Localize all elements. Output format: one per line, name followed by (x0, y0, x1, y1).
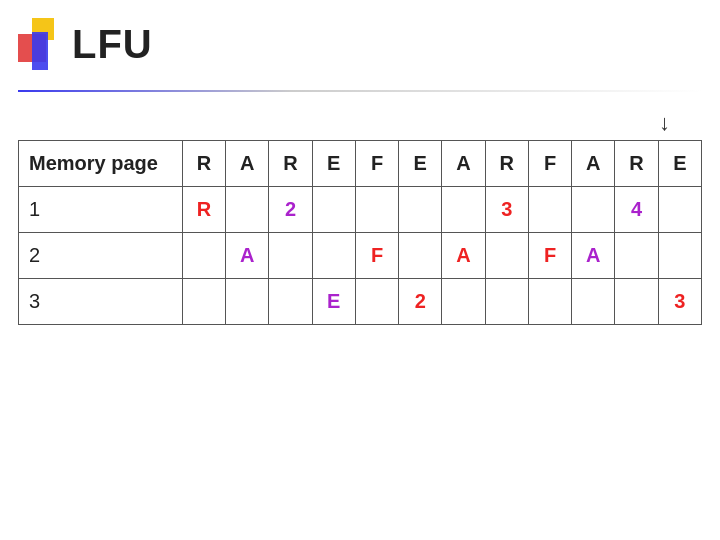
cell-r2-c0 (182, 279, 225, 325)
header-col-9: F (528, 141, 571, 187)
cell-r2-c4 (355, 279, 398, 325)
header-col-3: R (269, 141, 312, 187)
logo-mark (18, 18, 62, 72)
cell-r1-c0 (182, 233, 225, 279)
header-col-10: A (572, 141, 615, 187)
header-col-11: R (615, 141, 658, 187)
cell-r0-c2: 2 (269, 187, 312, 233)
table-row: 2AFAFA (19, 233, 702, 279)
cell-r1-c1: A (226, 233, 269, 279)
cell-r1-c5 (399, 233, 442, 279)
table-row: 1R234 (19, 187, 702, 233)
page-title: LFU (72, 22, 153, 67)
cell-r0-c7: 3 (485, 187, 528, 233)
header-col-12: E (658, 141, 701, 187)
cell-r2-c11: 3 (658, 279, 701, 325)
table-row: 3E23 (19, 279, 702, 325)
header-col-5: F (355, 141, 398, 187)
down-arrow: ↓ (659, 110, 670, 136)
header-col-8: R (485, 141, 528, 187)
cell-r0-c10: 4 (615, 187, 658, 233)
cell-r0-c5 (399, 187, 442, 233)
cell-r1-c9: A (572, 233, 615, 279)
cell-r2-c2 (269, 279, 312, 325)
cell-r2-c9 (572, 279, 615, 325)
cell-r1-c11 (658, 233, 701, 279)
cell-r2-c3: E (312, 279, 355, 325)
cell-r0-c8 (528, 187, 571, 233)
cell-r0-c1 (226, 187, 269, 233)
cell-r0-c4 (355, 187, 398, 233)
row-label-1: 2 (19, 233, 183, 279)
divider (18, 90, 702, 92)
row-label-0: 1 (19, 187, 183, 233)
cell-r1-c10 (615, 233, 658, 279)
header-col-1: R (182, 141, 225, 187)
cell-r2-c6 (442, 279, 485, 325)
cell-r2-c7 (485, 279, 528, 325)
cell-r0-c0: R (182, 187, 225, 233)
cell-r1-c7 (485, 233, 528, 279)
cell-r0-c9 (572, 187, 615, 233)
cell-r0-c11 (658, 187, 701, 233)
header-label: Memory page (19, 141, 183, 187)
cell-r2-c8 (528, 279, 571, 325)
cell-r1-c3 (312, 233, 355, 279)
cell-r2-c10 (615, 279, 658, 325)
header-col-6: E (399, 141, 442, 187)
row-label-2: 3 (19, 279, 183, 325)
cell-r1-c6: A (442, 233, 485, 279)
cell-r0-c3 (312, 187, 355, 233)
table-container: Memory pageRAREFEARFARE1R2342AFAFA3E23 (18, 140, 702, 325)
cell-r2-c5: 2 (399, 279, 442, 325)
cell-r0-c6 (442, 187, 485, 233)
cell-r1-c8: F (528, 233, 571, 279)
cell-r1-c2 (269, 233, 312, 279)
cell-r1-c4: F (355, 233, 398, 279)
cell-r2-c1 (226, 279, 269, 325)
logo-blue (32, 32, 48, 70)
header-col-7: A (442, 141, 485, 187)
lfu-table: Memory pageRAREFEARFARE1R2342AFAFA3E23 (18, 140, 702, 325)
header-col-2: A (226, 141, 269, 187)
header-col-4: E (312, 141, 355, 187)
